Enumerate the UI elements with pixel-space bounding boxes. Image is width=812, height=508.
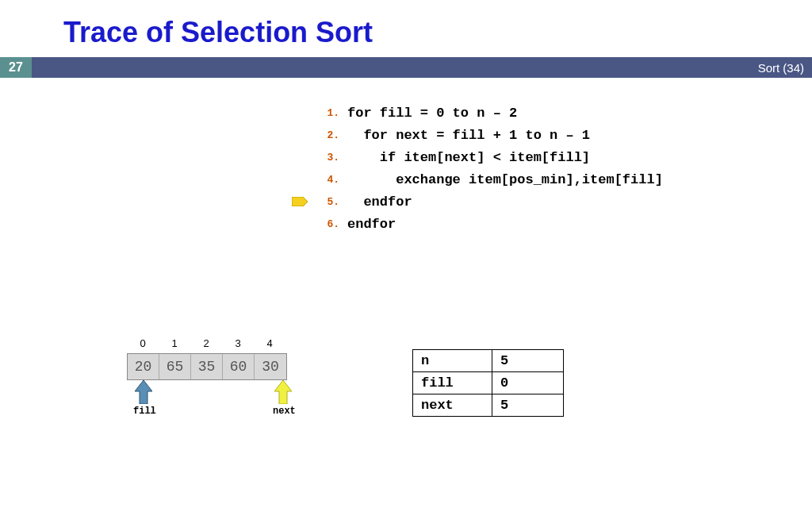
- table-row: fill 0: [413, 372, 564, 394]
- code-line: 5. endfor: [317, 190, 812, 213]
- table-cell: 5: [492, 350, 564, 372]
- code-line-text: if item[next] < item[fill]: [347, 150, 590, 165]
- table-row: n 5: [413, 350, 564, 372]
- array-index: 2: [190, 337, 222, 352]
- code-line: 2. for next = fill + 1 to n – 1: [317, 124, 812, 146]
- array-cell: 60: [223, 354, 255, 379]
- header-bar: 27 Sort (34): [0, 57, 812, 78]
- code-line: 6. endfor: [317, 213, 812, 235]
- slide-number: 27: [0, 57, 32, 78]
- code-line: 1. for fill = 0 to n – 2: [317, 102, 812, 124]
- array-cells: 20 65 35 60 30: [127, 353, 287, 380]
- table-cell: 0: [492, 372, 564, 394]
- fill-arrow-icon: [135, 380, 152, 407]
- code-block: 1. for fill = 0 to n – 2 2. for next = f…: [317, 102, 812, 235]
- page-title: Trace of Selection Sort: [0, 0, 812, 57]
- array-indices: 0 1 2 3 4: [127, 337, 287, 352]
- code-line-number: 4.: [317, 174, 339, 186]
- table-cell: fill: [413, 372, 492, 394]
- next-arrow-icon: [274, 380, 292, 407]
- bar-right-label: Sort (34): [758, 61, 804, 75]
- code-line: 3. if item[next] < item[fill]: [317, 146, 812, 168]
- array-cell: 20: [128, 354, 159, 379]
- current-line-marker-icon: [292, 197, 308, 206]
- table-cell: 5: [492, 394, 564, 417]
- code-line-number: 6.: [317, 218, 339, 230]
- code-line-text: endfor: [347, 217, 396, 232]
- svg-marker-2: [274, 380, 292, 404]
- table-row: next 5: [413, 394, 564, 417]
- code-line-number: 1.: [317, 107, 339, 119]
- fill-label: fill: [133, 406, 156, 417]
- next-label: next: [273, 406, 296, 417]
- code-line-text: endfor: [347, 194, 412, 210]
- svg-marker-1: [135, 380, 152, 404]
- array-index: 4: [254, 337, 285, 352]
- array-index: 0: [127, 337, 159, 352]
- code-line-text: for fill = 0 to n – 2: [347, 106, 517, 121]
- code-line-number: 5.: [317, 196, 339, 208]
- table-cell: next: [413, 394, 492, 417]
- code-line-number: 2.: [317, 129, 339, 141]
- svg-marker-0: [292, 197, 308, 206]
- code-line-text: for next = fill + 1 to n – 1: [347, 128, 590, 143]
- array-cell: 30: [255, 354, 286, 379]
- state-table: n 5 fill 0 next 5: [412, 349, 564, 417]
- array-cell: 35: [191, 354, 223, 379]
- array-cell: 65: [159, 354, 191, 379]
- code-line-number: 3.: [317, 152, 339, 164]
- code-line-text: exchange item[pos_min],item[fill]: [347, 172, 663, 187]
- array-index: 3: [222, 337, 254, 352]
- array-diagram: 0 1 2 3 4 20 65 35 60 30 fill next: [127, 337, 287, 380]
- code-line: 4. exchange item[pos_min],item[fill]: [317, 168, 812, 190]
- table-cell: n: [413, 350, 492, 372]
- array-index: 1: [159, 337, 190, 352]
